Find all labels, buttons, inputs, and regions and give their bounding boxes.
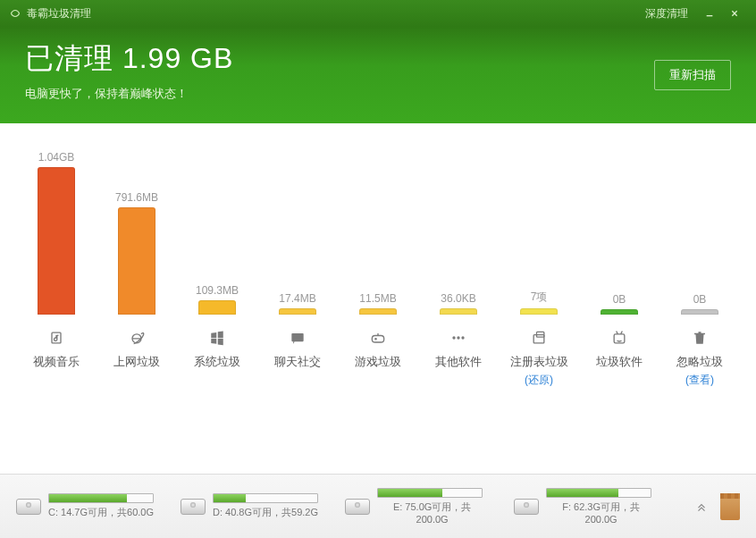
bar-value: 11.5MB (359, 292, 396, 305)
svg-point-7 (461, 336, 464, 339)
category-label: 视频音乐 (33, 354, 80, 370)
drive-text: C: 14.7G可用，共60.0G (48, 506, 154, 519)
gamepad-icon (369, 327, 387, 349)
close-icon (731, 8, 738, 19)
malware-icon (610, 327, 628, 349)
svg-point-5 (452, 336, 455, 339)
windows-icon (209, 327, 225, 349)
expand-up-button[interactable] (692, 497, 711, 517)
category-label-wrap: 其他软件 (418, 327, 499, 388)
category-label: 其他软件 (435, 354, 482, 370)
bar (118, 207, 155, 315)
category-label: 上网垃圾 (113, 354, 160, 370)
category-label: 游戏垃圾 (355, 354, 401, 370)
deep-clean-button[interactable]: 深度清理 (621, 0, 697, 27)
bar-value: 0B (693, 293, 707, 306)
drive-meter (546, 488, 651, 498)
bar-value: 0B (613, 293, 626, 306)
drive-item[interactable]: F: 62.3G可用，共200.0G (514, 488, 656, 525)
ie-icon (128, 327, 146, 349)
category-label: 系统垃圾 (194, 354, 240, 370)
drive-icon (16, 499, 41, 515)
category-action-link[interactable]: (还原) (525, 373, 553, 388)
titlebar: 毒霸垃圾清理 深度清理 (0, 0, 756, 27)
bar-value: 109.3MB (196, 284, 239, 297)
bar-value: 17.4MB (279, 292, 315, 305)
app-title: 毒霸垃圾清理 (27, 6, 91, 21)
bar-column: 36.0KB (418, 292, 499, 315)
chat-icon (289, 327, 307, 349)
close-button[interactable] (722, 0, 747, 27)
bar-value: 791.6MB (115, 191, 158, 204)
drive-item[interactable]: E: 75.0G可用，共200.0G (345, 488, 487, 525)
category-label: 注册表垃圾 (510, 354, 568, 370)
bars-row: 1.04GB791.6MB109.3MB17.4MB11.5MB36.0KB7项… (16, 145, 740, 315)
bar-column: 0B (579, 293, 659, 315)
drive-item[interactable]: D: 40.8G可用，共59.2G (181, 488, 318, 525)
category-label-wrap: 系统垃圾 (177, 327, 257, 388)
category-label: 聊天社交 (274, 354, 321, 370)
deep-clean-icon (630, 8, 641, 19)
deep-clean-label: 深度清理 (645, 6, 688, 21)
svg-rect-8 (533, 335, 544, 343)
minimize-icon (706, 8, 713, 19)
rescan-button[interactable]: 重新扫描 (654, 60, 731, 90)
category-label-wrap: 视频音乐 (16, 327, 97, 388)
bar-column: 1.04GB (16, 151, 97, 315)
drive-icon (345, 499, 370, 515)
drive-meter (377, 488, 483, 498)
svg-rect-4 (372, 336, 383, 343)
bag-icon (720, 493, 740, 520)
svg-point-6 (457, 336, 459, 339)
bar-column: 109.3MB (177, 284, 257, 315)
bar (601, 309, 638, 315)
bar-column: 17.4MB (257, 292, 338, 315)
drive-text: E: 75.0G可用，共200.0G (377, 500, 487, 525)
category-action-link[interactable]: (查看) (685, 373, 714, 388)
bar-value: 7项 (531, 290, 548, 305)
category-label-wrap: 游戏垃圾 (338, 327, 418, 388)
labels-row: 视频音乐上网垃圾系统垃圾聊天社交游戏垃圾其他软件注册表垃圾(还原)垃圾软件忽略垃… (16, 327, 740, 388)
bar (279, 308, 316, 315)
category-label-wrap: 注册表垃圾(还原) (499, 327, 579, 388)
category-label-wrap: 垃圾软件 (579, 327, 659, 388)
drive-info: C: 14.7G可用，共60.0G (48, 493, 154, 519)
drive-meter (213, 493, 318, 503)
shopping-bag-button[interactable] (720, 497, 740, 517)
header: 已清理 1.99 GB 电脑更快了，保持着巅峰状态！ 重新扫描 (0, 27, 756, 123)
bar-column: 7项 (499, 290, 579, 315)
app-logo-icon (9, 7, 21, 20)
category-label-wrap: 忽略垃圾(查看) (659, 327, 740, 388)
category-label-wrap: 上网垃圾 (97, 327, 177, 388)
footer: C: 14.7G可用，共60.0GD: 40.8G可用，共59.2GE: 75.… (0, 474, 756, 538)
page-title: 已清理 1.99 GB (25, 39, 731, 79)
drive-item[interactable]: C: 14.7G可用，共60.0G (16, 488, 154, 525)
trash-icon (692, 327, 708, 349)
bar-value: 36.0KB (441, 292, 475, 305)
bar (440, 308, 477, 315)
page-subtitle: 电脑更快了，保持着巅峰状态！ (25, 86, 731, 102)
bar-column: 0B (659, 293, 740, 315)
bar-column: 791.6MB (97, 191, 177, 315)
category-label: 忽略垃圾 (676, 354, 723, 370)
drives-container: C: 14.7G可用，共60.0GD: 40.8G可用，共59.2GE: 75.… (16, 488, 683, 525)
drive-icon (514, 499, 539, 515)
bar (198, 300, 236, 315)
bar-value: 1.04GB (38, 151, 75, 164)
bar (520, 308, 558, 315)
category-label: 垃圾软件 (596, 354, 643, 370)
chevron-up-icon (695, 500, 708, 513)
music-note-icon (47, 327, 65, 349)
drive-icon (181, 499, 206, 515)
minimize-button[interactable] (697, 0, 722, 27)
svg-rect-3 (291, 333, 303, 341)
chart-area: 1.04GB791.6MB109.3MB17.4MB11.5MB36.0KB7项… (0, 123, 756, 474)
drive-meter (48, 493, 154, 503)
bar (681, 309, 718, 315)
drive-info: D: 40.8G可用，共59.2G (213, 493, 318, 519)
bar (359, 308, 397, 315)
drive-text: D: 40.8G可用，共59.2G (213, 506, 318, 519)
drive-info: F: 62.3G可用，共200.0G (546, 488, 656, 525)
category-label-wrap: 聊天社交 (257, 327, 338, 388)
ellipsis-icon (449, 327, 467, 349)
